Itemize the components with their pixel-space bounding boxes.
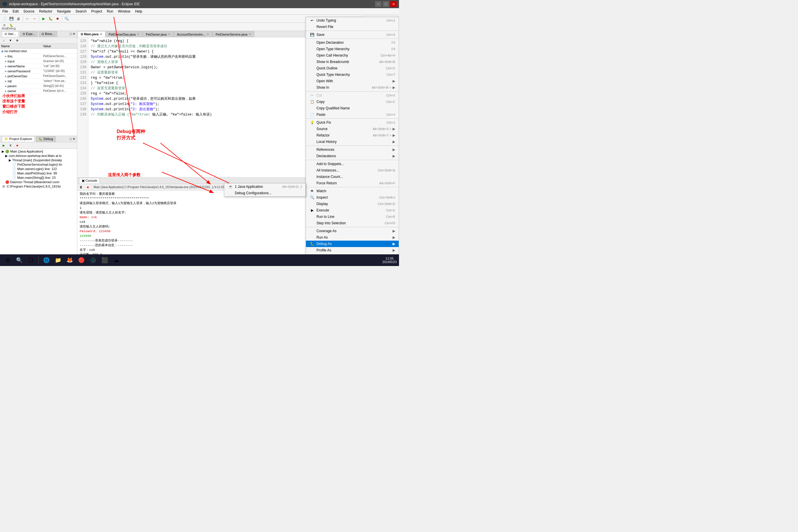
perspective-java[interactable]: ☕ Java bbox=[1, 24, 7, 30]
taskbar-terminal[interactable]: ⬛ bbox=[99, 255, 110, 265]
toolbar-search[interactable]: 🔍 bbox=[63, 16, 70, 22]
menu-item-profile-as[interactable]: Profile As ▶ bbox=[306, 247, 399, 253]
menu-item-quick-fix[interactable]: 💡 Quick Fix Ctrl+1 bbox=[306, 119, 399, 126]
toolbar-new[interactable]: 📄 bbox=[1, 16, 7, 22]
tab-accountservice[interactable]: AccountServiceIm... ✕ bbox=[173, 31, 212, 37]
menu-item-all-instances...[interactable]: All Instances... Ctrl+Shift+N bbox=[306, 167, 399, 173]
menu-item-copy[interactable]: 📋 Copy Ctrl+C bbox=[306, 99, 399, 105]
menu-item-quick-outline[interactable]: Quick Outline Ctrl+O bbox=[306, 65, 399, 72]
menu-item-source[interactable]: Source Alt+Shift+S > ▶ bbox=[306, 126, 399, 132]
exp-btn-stop[interactable]: ■ bbox=[14, 142, 20, 149]
tab-petowner-close[interactable]: ✕ bbox=[168, 32, 170, 36]
menu-item-display[interactable]: Display Ctrl+Shift+D bbox=[306, 201, 399, 207]
tab-petowner[interactable]: PetOwner.java ✕ bbox=[142, 31, 174, 37]
menu-item-open-call-hierarchy[interactable]: Open Call Hierarchy Ctrl+Alt+H bbox=[306, 52, 399, 59]
toolbar-stop[interactable]: ■ bbox=[54, 16, 61, 22]
taskbar-eclipse[interactable]: 🌑 bbox=[88, 255, 98, 265]
tab-console[interactable]: ▣ Console bbox=[79, 178, 100, 184]
variable-row[interactable]: ◆ no method retur bbox=[0, 49, 77, 54]
tab-petownerdao[interactable]: PetOwnerDao.java ✕ bbox=[106, 31, 142, 37]
explorer-controls[interactable]: □ ✕ bbox=[70, 137, 75, 141]
variable-row[interactable]: ● param String[2] (id=41) bbox=[0, 84, 77, 89]
menu-item-declarations[interactable]: Declarations ▶ bbox=[306, 153, 399, 159]
var-toolbar-btn1[interactable]: ↕ bbox=[1, 37, 7, 44]
tab-petownerdao-close[interactable]: ✕ bbox=[137, 32, 139, 36]
menu-item-execute[interactable]: ▶ Execute Ctrl+U bbox=[306, 207, 399, 213]
toolbar-print[interactable]: 🖨 bbox=[15, 16, 22, 22]
menu-item-local-history[interactable]: Local History ▶ bbox=[306, 138, 399, 145]
menu-item-inspect[interactable]: 🔍 Inspect Ctrl+Shift+I bbox=[306, 194, 399, 201]
menu-item-coverage-as[interactable]: Coverage As ▶ bbox=[306, 228, 399, 234]
taskbar-taskview[interactable]: ❐ bbox=[26, 255, 36, 265]
menu-item-quick-type-hierarchy[interactable]: Quick Type Hierarchy Ctrl+T bbox=[306, 72, 399, 78]
var-toolbar-btn2[interactable]: ▼ bbox=[7, 37, 14, 44]
taskbar-chrome[interactable]: 🌐 bbox=[41, 255, 52, 265]
menu-item-open-declaration[interactable]: Open Declaration F3 bbox=[306, 39, 399, 46]
tab-debug[interactable]: 🐛 Debug bbox=[36, 136, 55, 142]
taskbar-firefox[interactable]: 🦊 bbox=[64, 255, 75, 265]
close-button[interactable]: ✕ bbox=[390, 1, 397, 7]
menu-item-undo-typing[interactable]: ↩ Undo Typing Ctrl+Z bbox=[306, 17, 399, 24]
debug-submenu-java-app[interactable]: ☕ 1 Java Application Alt+Shift+D, J bbox=[224, 184, 305, 190]
menu-item-references[interactable]: References ▶ bbox=[306, 147, 399, 153]
minimize-button[interactable]: ─ bbox=[375, 1, 381, 7]
tab-expressions[interactable]: ⊙ Expr... bbox=[20, 31, 38, 37]
menu-help[interactable]: Help bbox=[133, 8, 145, 14]
menu-item-show-in-breadcrumb[interactable]: Show in Breadcrumb Alt+Shift+B bbox=[306, 59, 399, 65]
maximize-button[interactable]: □ bbox=[383, 1, 389, 7]
debug-configurations[interactable]: Debug Configurations... bbox=[224, 190, 305, 196]
toolbar-fwd[interactable]: → bbox=[31, 16, 38, 22]
perspective-debug[interactable]: 🐛 Debug bbox=[8, 24, 15, 30]
tab-main-java[interactable]: ⊙ Main.java ✕ bbox=[77, 31, 106, 37]
menu-item-force-return[interactable]: Force Return Alt+Shift+F bbox=[306, 180, 399, 186]
variable-row[interactable]: ● petOwnerDao PetOwnerDaoIm... bbox=[0, 74, 77, 79]
menu-navigate[interactable]: Navigate bbox=[55, 8, 73, 14]
var-toolbar-btn3[interactable]: ⊕ bbox=[14, 37, 20, 44]
taskbar-start[interactable]: ⊞ bbox=[2, 255, 13, 265]
menu-item-show-in[interactable]: Show In Alt+Shift+W > ▶ bbox=[306, 84, 399, 91]
menu-item-add-to-snippets...[interactable]: Add to Snippets... bbox=[306, 161, 399, 167]
menu-search[interactable]: Search bbox=[73, 8, 89, 14]
toolbar-save[interactable]: 💾 bbox=[8, 16, 15, 22]
tab-breakpoints[interactable]: ⊙ Brea... bbox=[39, 31, 57, 37]
menu-item-refactor[interactable]: Refactor Alt+Shift+T > ▶ bbox=[306, 132, 399, 138]
tab-petownerservice[interactable]: PetOwnerService.java ✕ bbox=[212, 31, 254, 37]
menu-item-debug-as[interactable]: 🐛 Debug As ▶ bbox=[306, 241, 399, 247]
tree-main-method[interactable]: 📄 Main.main(String[]) line: 23 bbox=[1, 176, 76, 180]
menu-item-paste[interactable]: 📄 Paste Ctrl+V bbox=[306, 111, 399, 118]
tree-main-app[interactable]: ▶🟢 Main [Java Application] bbox=[1, 149, 76, 154]
tree-daemon-thread[interactable]: 🔴 Daemon Thread [Abandoned conn bbox=[1, 180, 76, 184]
variables-minimize[interactable]: □ ✕ bbox=[70, 32, 75, 36]
console-clear[interactable]: 🗑 bbox=[78, 184, 84, 190]
variable-row[interactable]: ● ownerName "cxk" (id=30) bbox=[0, 64, 77, 69]
menu-item-copy-qualified-name[interactable]: Copy Qualified Name bbox=[306, 105, 399, 111]
taskbar-search[interactable]: 🔍 bbox=[14, 255, 24, 265]
tab-main-java-close[interactable]: ✕ bbox=[100, 32, 102, 36]
menu-run[interactable]: Run bbox=[104, 8, 115, 14]
tab-petownerservice-close[interactable]: ✕ bbox=[248, 32, 251, 36]
taskbar-app1[interactable]: 🔴 bbox=[76, 255, 87, 265]
toolbar-back[interactable]: ← bbox=[24, 16, 31, 22]
tree-petowner-login[interactable]: 📄 PetOwnerServiceImpl.login() lin bbox=[1, 163, 76, 167]
taskbar-cloud[interactable]: ☁ bbox=[111, 255, 121, 265]
exp-btn-resume[interactable]: ▶ bbox=[1, 142, 7, 149]
console-stop[interactable]: ■ bbox=[84, 184, 91, 190]
menu-item-revert-file[interactable]: Revert File bbox=[306, 24, 399, 30]
menu-item-run-as[interactable]: Run As ▶ bbox=[306, 234, 399, 241]
tree-start-pet[interactable]: 📄 Main.startPetShop() line: 99 bbox=[1, 171, 76, 176]
variable-row[interactable]: ● this PetOwnerServic... bbox=[0, 54, 77, 59]
tab-project-explorer[interactable]: 📁 Project Explorer bbox=[2, 136, 35, 142]
menu-source[interactable]: Source bbox=[21, 8, 37, 14]
variable-row[interactable]: ● sql "select * from pe... bbox=[0, 79, 77, 84]
toolbar-run[interactable]: ▶ bbox=[40, 16, 47, 22]
menu-item-save[interactable]: 💾 Save Ctrl+S bbox=[306, 32, 399, 38]
menu-file[interactable]: File bbox=[0, 8, 10, 14]
variable-row[interactable]: ● ownerPassword "123456" (id=35) bbox=[0, 69, 77, 74]
tab-accountservice-close[interactable]: ✕ bbox=[207, 32, 209, 36]
taskbar-files[interactable]: 📁 bbox=[53, 255, 63, 265]
menu-item-open-type-hierarchy[interactable]: Open Type Hierarchy F4 bbox=[306, 46, 399, 52]
menu-item-open-with[interactable]: Open With ▶ bbox=[306, 78, 399, 84]
variable-row[interactable]: ● input Scanner (id=25) bbox=[0, 59, 77, 64]
menu-item-step-into-selection[interactable]: Step Into Selection Ctrl+F5 bbox=[306, 220, 399, 226]
tree-owner-login[interactable]: 📄 Main.ownerLogin() line: 122 bbox=[1, 167, 76, 171]
